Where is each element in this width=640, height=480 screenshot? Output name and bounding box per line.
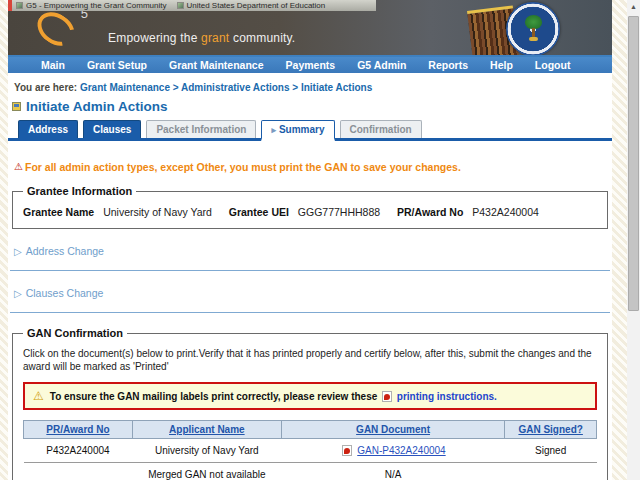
active-tab-icon: ▸ — [271, 125, 276, 135]
cell-gan-signed: Signed — [505, 439, 597, 463]
browser-tab-g5[interactable]: G5 - Empowering the Grant Community — [16, 1, 167, 10]
page-title-icon — [12, 102, 21, 111]
address-change-expander[interactable]: ▷ Address Change — [14, 245, 612, 257]
g5-logo: 5 — [36, 10, 80, 46]
chevron-right-icon: ▷ — [14, 246, 22, 257]
header-pr-award-no[interactable]: PR/Award No — [24, 421, 133, 439]
header-gan-document[interactable]: GAN Document — [281, 421, 504, 439]
grantee-uei-value: GGG777HHH888 — [298, 206, 380, 218]
grantee-information-row: Grantee Name University of Navy Yard Gra… — [23, 206, 597, 218]
section-divider — [10, 270, 610, 271]
banner-tagline: Empowering the grant community. — [108, 31, 295, 45]
browser-tab-ed[interactable]: United States Department of Education — [177, 1, 326, 10]
printing-alert-text: To ensure the GAN mailing labels print c… — [50, 391, 497, 402]
pdf-icon — [382, 391, 392, 402]
window-edge-accent — [8, 0, 12, 11]
grantee-uei-label: Grantee UEI — [229, 206, 289, 218]
cell-pr-award: P432A240004 — [24, 439, 133, 463]
nav-item-reports[interactable]: Reports — [417, 59, 479, 71]
scrollbar-up-arrow-icon[interactable]: ▲ — [627, 1, 640, 13]
seal-tree-icon — [525, 15, 542, 29]
ed-favicon-icon — [177, 2, 184, 9]
cell-applicant: Merged GAN not available — [132, 463, 281, 480]
nav-item-help[interactable]: Help — [479, 59, 524, 71]
printing-instructions-link[interactable]: printing instructions. — [397, 391, 497, 402]
cell-gan-document: N/A — [281, 463, 504, 480]
gan-table-header-row: PR/Award No Applicant Name GAN Document … — [24, 421, 597, 439]
gan-table: PR/Award No Applicant Name GAN Document … — [23, 420, 597, 480]
header-applicant-name[interactable]: Applicant Name — [132, 421, 281, 439]
yellow-warning-icon: ⚠ — [33, 389, 44, 403]
nav-item-grant-maintenance[interactable]: Grant Maintenance — [158, 59, 275, 71]
breadcrumb-prefix: You are here: — [14, 82, 77, 93]
tab-clauses[interactable]: Clauses — [83, 120, 141, 138]
cell-gan-document: GAN-P432A240004 — [281, 439, 504, 463]
cell-gan-signed — [505, 463, 597, 480]
page-title: Initiate Admin Actions — [26, 99, 168, 114]
main-content: G5 - Empowering the Grant Community Unit… — [8, 0, 612, 480]
section-divider — [10, 312, 610, 313]
dept-of-education-seal-icon — [506, 2, 560, 56]
tagline-post: community. — [229, 31, 295, 45]
pdf-icon — [342, 445, 352, 456]
cell-pr-award — [24, 463, 133, 480]
tab-summary-label: Summary — [279, 124, 325, 135]
main-nav: Main Grant Setup Grant Maintenance Payme… — [8, 57, 612, 73]
grantee-name-value: University of Navy Yard — [103, 206, 212, 218]
seal-lamp-icon — [529, 37, 538, 41]
tab-summary[interactable]: ▸ Summary — [261, 120, 334, 141]
page-background: G5 - Empowering the Grant Community Unit… — [0, 0, 640, 480]
header-banner: G5 - Empowering the Grant Community Unit… — [8, 0, 612, 57]
grantee-information-legend: Grantee Information — [23, 185, 136, 197]
browser-tab-bar: G5 - Empowering the Grant Community Unit… — [12, 0, 376, 11]
alert-text: To ensure the GAN mailing labels print c… — [50, 391, 378, 402]
admin-action-warning: ⚠ For all admin action types, except Oth… — [14, 161, 612, 173]
scrollbar-thumb[interactable] — [628, 16, 639, 311]
browser-tab-title: United States Department of Education — [187, 1, 326, 10]
grantee-information-fieldset: Grantee Information Grantee Name Univers… — [12, 185, 608, 229]
g5-logo-g-icon — [31, 5, 81, 53]
gan-confirmation-legend: GAN Confirmation — [23, 327, 127, 339]
table-row: Merged GAN not available N/A — [24, 463, 597, 480]
table-row: P432A240004 University of Navy Yard GAN-… — [24, 439, 597, 463]
breadcrumb: You are here: Grant Maintenance > Admini… — [14, 82, 612, 93]
tagline-highlight: grant — [201, 31, 229, 45]
grantee-name-label: Grantee Name — [23, 206, 94, 218]
browser-tab-title: G5 - Empowering the Grant Community — [26, 1, 167, 10]
tab-packet-information: Packet Information — [146, 120, 256, 138]
warning-text: For all admin action types, except Other… — [25, 161, 461, 173]
g5-favicon-icon — [16, 2, 23, 9]
gan-document-link[interactable]: GAN-P432A240004 — [357, 445, 445, 456]
page-title-row: Initiate Admin Actions — [12, 99, 612, 114]
warning-icon: ⚠ — [14, 161, 23, 172]
nav-item-grant-setup[interactable]: Grant Setup — [76, 59, 158, 71]
tab-strip: Address Clauses Packet Information ▸ Sum… — [8, 120, 612, 141]
pr-award-no-label: PR/Award No — [397, 206, 463, 218]
tagline-pre: Empowering the — [108, 31, 201, 45]
header-gan-signed[interactable]: GAN Signed? — [505, 421, 597, 439]
nav-item-main[interactable]: Main — [30, 59, 76, 71]
gan-confirmation-fieldset: GAN Confirmation Click on the document(s… — [12, 327, 608, 480]
gan-instructions: Click on the document(s) below to print.… — [23, 347, 597, 373]
nav-item-payments[interactable]: Payments — [275, 59, 347, 71]
seal-tree-trunk — [532, 28, 535, 37]
clauses-change-label: Clauses Change — [26, 287, 104, 299]
nav-item-logout[interactable]: Logout — [524, 59, 582, 71]
nav-item-g5-admin[interactable]: G5 Admin — [346, 59, 417, 71]
vertical-scrollbar[interactable]: ▲ — [627, 0, 640, 480]
chevron-right-icon: ▷ — [14, 288, 22, 299]
clauses-change-expander[interactable]: ▷ Clauses Change — [14, 287, 612, 299]
printing-alert-box: ⚠ To ensure the GAN mailing labels print… — [23, 382, 597, 410]
address-change-label: Address Change — [26, 245, 104, 257]
cell-applicant: University of Navy Yard — [132, 439, 281, 463]
tab-address[interactable]: Address — [18, 120, 78, 138]
pr-award-no-value: P432A240004 — [472, 206, 539, 218]
tab-confirmation: Confirmation — [340, 120, 422, 138]
breadcrumb-path[interactable]: Grant Maintenance > Administrative Actio… — [80, 82, 372, 93]
